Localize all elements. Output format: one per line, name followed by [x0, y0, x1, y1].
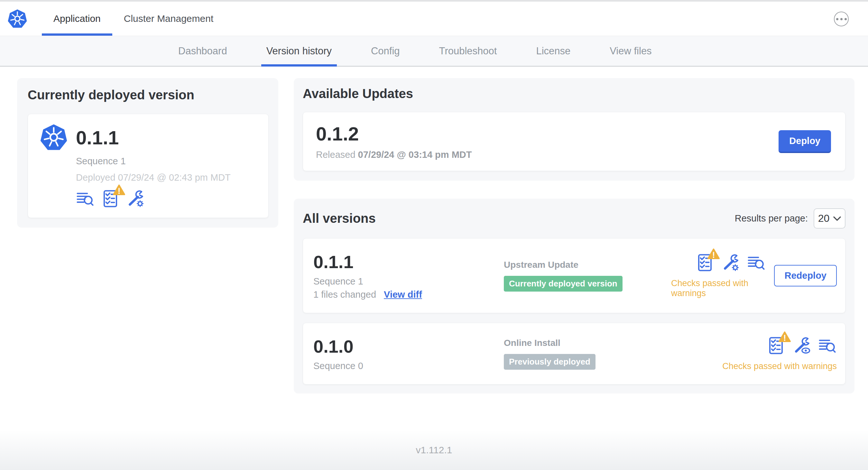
version-row-0-1-0: 0.1.0 Sequence 0 Online Install Previous… — [303, 323, 845, 384]
row-version-number: 0.1.0 — [313, 336, 504, 357]
previously-deployed-badge: Previously deployed — [504, 354, 595, 370]
kubernetes-logo — [8, 9, 27, 29]
row-sequence: Sequence 1 — [313, 276, 504, 287]
warning-triangle-icon — [778, 331, 791, 343]
more-options-button[interactable] — [834, 11, 849, 26]
tab-license[interactable]: License — [531, 36, 576, 66]
available-updates-panel: Available Updates 0.1.2 Released 07/29/2… — [294, 78, 855, 181]
results-per-page-label: Results per page: — [735, 213, 808, 224]
top-tab-application[interactable]: Application — [42, 2, 112, 36]
all-versions-panel: All versions Results per page: 20 — [294, 199, 855, 394]
kubernetes-app-icon — [40, 124, 67, 152]
main-content: Currently deployed version — [0, 67, 868, 394]
deploy-logs-icon[interactable] — [818, 336, 837, 355]
console-version-text: v1.112.1 — [416, 445, 452, 456]
current-version-number: 0.1.1 — [76, 127, 119, 149]
tab-dashboard[interactable]: Dashboard — [173, 36, 232, 66]
results-per-page-value: 20 — [818, 212, 830, 224]
tab-troubleshoot[interactable]: Troubleshoot — [434, 36, 502, 66]
available-update-card: 0.1.2 Released 07/29/24 @ 03:14 pm MDT D… — [303, 112, 845, 171]
deploy-button[interactable]: Deploy — [779, 130, 831, 153]
preflight-status-text: Checks passed with warnings — [671, 278, 766, 298]
update-version-number: 0.1.2 — [316, 123, 472, 145]
footer: v1.112.1 — [0, 430, 868, 470]
view-diff-link[interactable]: View diff — [384, 289, 422, 300]
results-per-page-select[interactable]: 20 — [814, 208, 845, 229]
available-updates-heading: Available Updates — [303, 87, 845, 101]
files-changed-label: 1 files changed — [313, 289, 376, 300]
version-source-label: Online Install — [504, 338, 671, 348]
top-tab-cluster-management[interactable]: Cluster Management — [112, 2, 225, 36]
preflight-checks-icon[interactable] — [101, 189, 120, 208]
warning-triangle-icon — [707, 248, 720, 260]
deploy-logs-icon[interactable] — [76, 189, 95, 208]
tab-config[interactable]: Config — [366, 36, 405, 66]
row-version-number: 0.1.1 — [313, 251, 504, 272]
page: Application Cluster Management Dashboard… — [0, 0, 868, 470]
version-row-0-1-1: 0.1.1 Sequence 1 1 files changed View di… — [303, 238, 845, 313]
current-version-panel: Currently deployed version — [17, 78, 278, 228]
current-version-heading: Currently deployed version — [28, 88, 269, 102]
preflight-status-text: Checks passed with warnings — [722, 361, 837, 371]
view-config-icon[interactable] — [793, 336, 811, 355]
app-subnav: Dashboard Version history Config Trouble… — [0, 36, 868, 67]
chevron-down-icon — [833, 216, 841, 221]
current-version-sequence: Sequence 1 — [76, 156, 256, 167]
header: Application Cluster Management — [0, 2, 868, 36]
preflight-checks-icon[interactable] — [695, 253, 714, 272]
ellipsis-icon — [836, 18, 838, 20]
current-version-card: 0.1.1 Sequence 1 Deployed 07/29/24 @ 02:… — [28, 114, 269, 218]
tab-version-history[interactable]: Version history — [261, 36, 337, 66]
top-tab-cluster-management-label: Cluster Management — [124, 13, 213, 24]
right-column: Available Updates 0.1.2 Released 07/29/2… — [294, 78, 855, 394]
deploy-logs-icon[interactable] — [747, 253, 766, 272]
version-source-label: Upstream Update — [504, 260, 671, 270]
top-tab-application-label: Application — [53, 13, 101, 24]
row-sequence: Sequence 0 — [313, 361, 504, 371]
redeploy-button[interactable]: Redeploy — [774, 265, 837, 287]
edit-config-icon[interactable] — [721, 253, 740, 272]
edit-config-icon[interactable] — [126, 189, 145, 208]
tab-view-files[interactable]: View files — [604, 36, 657, 66]
preflight-checks-icon[interactable] — [767, 336, 785, 355]
warning-triangle-icon — [113, 184, 125, 196]
update-released-date: Released 07/29/24 @ 03:14 pm MDT — [316, 149, 472, 160]
all-versions-heading: All versions — [303, 211, 376, 226]
current-version-deployed-date: Deployed 07/29/24 @ 02:43 pm MDT — [76, 172, 256, 183]
currently-deployed-badge: Currently deployed version — [504, 276, 623, 292]
